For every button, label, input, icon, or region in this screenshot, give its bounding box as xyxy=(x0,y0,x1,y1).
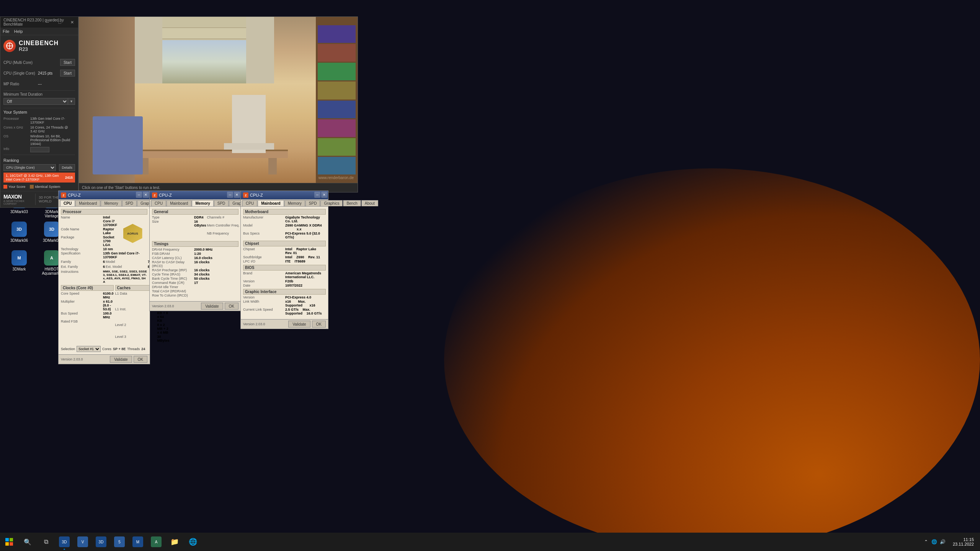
volume-icon[interactable]: 🔊 xyxy=(939,538,947,546)
cores-label: Cores xyxy=(102,347,111,351)
system-clock[interactable]: 11:15 23.11.2022 xyxy=(950,537,977,546)
cpuz-3-ok-button[interactable]: OK xyxy=(312,321,326,328)
cpuz-2-ok-button[interactable]: OK xyxy=(225,303,238,310)
cpuz-3-tab-bench[interactable]: Bench xyxy=(343,200,361,206)
min-test-duration-arrow[interactable]: ▼ xyxy=(68,98,75,105)
codename-value: Raptor Lake xyxy=(103,227,117,235)
core-speed-label: Core Speed xyxy=(61,292,103,299)
cpuz-3-mb-title: Motherboard xyxy=(243,209,326,215)
cpuz-3-chipset-section: Chipset Chipset Intel Raptor Lake Rev. 0… xyxy=(243,241,326,263)
cores-label: Cores x GHz xyxy=(3,126,30,133)
ranking-controls: CPU (Single Core) Details xyxy=(3,164,75,171)
multiplier-value: x 61.0 (8.0 - 53.0) xyxy=(103,300,114,311)
taskbar-app-hwbot[interactable]: A xyxy=(147,533,165,551)
taskbar-explorer[interactable]: 📁 xyxy=(165,533,184,551)
cpuz-2-close[interactable]: ✕ xyxy=(234,192,240,198)
render-window: www.renderbaron.de Click on one of the '… xyxy=(78,16,358,192)
cpuz-1-close[interactable]: ✕ xyxy=(143,192,149,198)
level3-value: 30 MBytes xyxy=(157,335,170,342)
cpu-multi-start-button[interactable]: Start xyxy=(60,59,75,66)
cpuz-1-minimize[interactable]: ─ xyxy=(136,192,142,198)
cpuz-2-tab-memory[interactable]: Memory xyxy=(192,200,213,206)
family-row: Family 6 xyxy=(61,260,105,264)
taskbar-app-3dmark[interactable]: M xyxy=(129,533,147,551)
cpuz-3-minimize[interactable]: ─ xyxy=(314,192,320,198)
hwbot-icon: A xyxy=(44,250,59,266)
start-button[interactable] xyxy=(0,533,18,551)
chipset-val-2: Raptor Lake xyxy=(296,247,316,251)
cpuz-1-tab-mainboard[interactable]: Mainboard xyxy=(75,200,100,206)
details-button[interactable]: Details xyxy=(59,164,75,171)
taskbar-task-view[interactable]: ⧉ xyxy=(37,533,55,551)
menu-help[interactable]: Help xyxy=(14,29,23,34)
cpuz-1-tab-memory[interactable]: Memory xyxy=(101,200,121,206)
your-score-label: Your Score xyxy=(8,185,25,189)
maxon-divider xyxy=(35,194,36,205)
3dmark03-taskbar-icon: 3D xyxy=(59,536,70,547)
network-icon[interactable]: 🌐 xyxy=(931,538,938,546)
cpuz-3-chipset-title: Chipset xyxy=(243,241,326,246)
level3-label: Level 3 xyxy=(115,335,157,342)
cpuz-3-validate-button[interactable]: Validate xyxy=(288,321,310,328)
cpuz-1-tab-cpu[interactable]: CPU xyxy=(60,200,75,206)
window-area xyxy=(135,17,274,83)
cpuz-2-timings-section: Timings DRAM Frequency 2000.0 MHz FSB:DR… xyxy=(152,241,238,297)
min-test-duration-select[interactable]: Off xyxy=(3,98,68,105)
tray-arrow[interactable]: ⌃ xyxy=(922,538,930,546)
cpuz-1-selection: Selection Socket #1 Cores SP + 8E Thread… xyxy=(61,346,147,352)
cpuz-3-tab-cpu[interactable]: CPU xyxy=(242,200,257,206)
cpuz-1-name-row: Name Intel Core i7 13700KF xyxy=(61,215,117,227)
cpu-single-start-button[interactable]: Start xyxy=(60,70,75,77)
cpuz-3-bios-section: BIOS Brand American Megatrends Internati… xyxy=(243,265,326,287)
ranking-dropdown[interactable]: CPU (Single Core) xyxy=(3,164,56,171)
clocks-title: Clocks (Core #0) xyxy=(61,285,114,291)
cpuz-2-tab-cpu[interactable]: CPU xyxy=(151,200,166,206)
cinebench-logo-version: R23 xyxy=(19,47,59,52)
cpuz-2-tab-mainboard[interactable]: Mainboard xyxy=(167,200,191,206)
cpuz-3-tab-spd[interactable]: SPD xyxy=(305,200,320,206)
close-button[interactable]: ✕ xyxy=(66,17,78,28)
chipset-label: Chipset xyxy=(243,247,285,255)
cpuz-3-close[interactable]: ✕ xyxy=(321,192,327,198)
taskbar-app-3dmark06[interactable]: 3D xyxy=(92,533,110,551)
fsb-dram-row: FSB:DRAM 1:20 xyxy=(152,252,238,256)
cpuz-3-tabs: CPU Mainboard Memory SPD Graphics Bench … xyxy=(241,199,328,207)
cpuz-2-minimize[interactable]: ─ xyxy=(227,192,233,198)
cpuz-2-tab-spd[interactable]: SPD xyxy=(214,200,229,206)
multiplier-row: Multiplier x 61.0 (8.0 - 53.0) xyxy=(61,300,114,311)
cpuz-1-ok-button[interactable]: OK xyxy=(134,356,147,363)
system-tray: ⌃ 🌐 🔊 xyxy=(921,538,948,546)
mp-ratio-value: --- xyxy=(38,82,42,86)
cpuz-1-tab-spd[interactable]: SPD xyxy=(122,200,137,206)
os-label: OS xyxy=(3,134,30,146)
cpuz-3-tab-graphics[interactable]: Graphics xyxy=(320,200,343,206)
desktop-icon-3dmark[interactable]: M 3DMark xyxy=(4,249,34,273)
cpuz-1-processor-title: Processor xyxy=(61,209,147,215)
cpuz-3-tab-about[interactable]: About xyxy=(361,200,378,206)
cinebench-content: CINEBENCH R23 CPU (Multi Core) Start CPU… xyxy=(0,35,78,192)
divider-1 xyxy=(3,90,75,91)
ras-to-cas-label: RAS# to CAS# Delay (tRCD) xyxy=(152,260,194,268)
cpuz-2-validate-button[interactable]: Validate xyxy=(201,303,223,310)
cpuz-3-tab-mainboard[interactable]: Mainboard xyxy=(258,200,284,206)
3dmark05-taskbar-icon: 5 xyxy=(114,536,125,547)
size-value: 16 GBytes xyxy=(194,220,206,227)
menu-file[interactable]: File xyxy=(3,29,10,34)
minimize-button[interactable]: ─ xyxy=(41,17,54,28)
cpuz-1-clocks-caches: Clocks (Core #0) Core Speed 6100.0 MHz M… xyxy=(61,285,147,344)
taskbar-app-vantage[interactable]: V xyxy=(74,533,92,551)
cpuz-1-validate-button[interactable]: Validate xyxy=(110,356,132,363)
cpuz-3-title: CPU-Z xyxy=(250,193,263,197)
taskbar-search[interactable]: 🔍 xyxy=(18,533,37,551)
taskbar-edge[interactable]: 🌐 xyxy=(184,533,202,551)
taskbar-app-3dmark03[interactable]: 3D xyxy=(55,533,74,551)
taskbar-app-3dmark05[interactable]: 5 xyxy=(110,533,129,551)
cpuz-3-graphic-section: Graphic Interface Version PCI-Express 4.… xyxy=(243,289,326,315)
ext-family-label: Ext. Family xyxy=(61,265,103,269)
books-container xyxy=(318,25,355,175)
cpuz-3-tab-memory[interactable]: Memory xyxy=(284,200,305,206)
maximize-button[interactable]: □ xyxy=(54,17,66,28)
socket-select[interactable]: Socket #1 xyxy=(77,346,101,352)
hwbot-taskbar-icon: A xyxy=(151,536,162,547)
desktop-icon-3dmark06[interactable]: 3D 3DMark06 xyxy=(4,220,34,244)
